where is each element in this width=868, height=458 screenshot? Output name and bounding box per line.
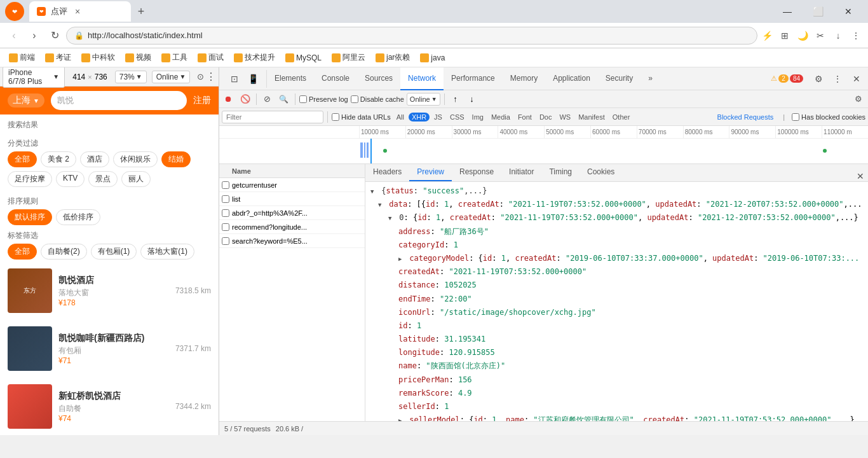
disable-cache-input[interactable] [351,95,358,103]
device-selector[interactable]: iPhone 6/7/8 Plus ▼ [3,67,65,88]
bookmark-video[interactable]: 视频 [121,51,155,64]
filter-icon[interactable]: ⊘ [261,92,275,106]
expand-item0-icon[interactable] [388,212,395,218]
download-icon[interactable]: ↓ [465,92,479,106]
preserve-log-input[interactable] [299,95,307,103]
active-tab[interactable]: ❤ 点评 × [29,1,131,22]
request-checkbox-4[interactable] [222,223,229,231]
upload-icon[interactable]: ↑ [449,92,463,106]
filter-tag-leisure[interactable]: 休闲娱乐 [113,151,158,167]
filter-tag-ktv[interactable]: KTV [56,171,85,187]
filter-other[interactable]: Other [609,113,634,121]
devtools-close-icon[interactable]: ✕ [848,70,865,88]
disable-cache-checkbox[interactable]: Disable cache [351,95,404,103]
detail-tab-initiator[interactable]: Initiator [501,164,541,181]
tab-console[interactable]: Console [314,67,357,90]
bookmark-mysql[interactable]: MySQL [281,52,325,64]
sort-price[interactable]: 低价排序 [56,209,100,225]
hide-data-urls-input[interactable] [332,113,339,121]
extension-download-icon[interactable]: ↓ [831,29,845,43]
filter-tag-all[interactable]: 全部 [8,151,37,167]
tab-close-button[interactable]: × [75,6,80,17]
record-button[interactable]: ⏺ [222,92,236,106]
extension-thunder-icon[interactable]: ⚡ [760,29,774,43]
search-icon[interactable]: 🔍 [277,92,291,106]
device-toolbar-icon[interactable]: 📱 [245,70,262,88]
expand-data-icon[interactable] [378,198,384,205]
filter-tag-food[interactable]: 美食 2 [41,151,76,167]
filter-js[interactable]: JS [431,113,445,121]
expand-categorymodel-icon[interactable] [398,253,405,259]
inspect-element-icon[interactable]: ⊡ [226,70,243,88]
filter-img[interactable]: Img [469,113,487,121]
blocked-requests-label[interactable]: Blocked Requests [717,113,774,121]
bookmark-interview[interactable]: 面试 [194,51,227,64]
tab-performance[interactable]: Performance [444,67,503,90]
hide-data-urls-checkbox[interactable]: Hide data URLs [332,113,391,121]
tab-sources[interactable]: Sources [357,67,400,90]
request-item-3[interactable]: abdr?_o=http%3A%2F... [219,206,365,220]
filter-media[interactable]: Media [488,113,513,121]
filter-tag-beauty[interactable]: 丽人 [121,171,151,187]
bookmark-tech[interactable]: 技术提升 [230,51,279,64]
more-options-icon[interactable]: ⋮ [206,70,216,84]
tab-more[interactable]: » [641,67,660,90]
extension-tools-icon[interactable]: ✂ [813,29,827,43]
request-checkbox-3[interactable] [222,209,229,217]
minimize-button[interactable]: — [773,0,802,23]
stop-button[interactable]: 🚫 [238,92,252,106]
shop-item-1[interactable]: 东方 凯悦酒店 落地大窗 ¥178 7318.5 km [0,262,219,319]
filter-all[interactable]: All [393,113,407,121]
filter-tag-massage[interactable]: 足疗按摩 [8,171,52,187]
shop-item-3[interactable]: 新虹桥凯悦酒店 自助餐 ¥74 7344.2 km [0,378,219,435]
extension-moon-icon[interactable]: 🌙 [796,29,810,43]
refresh-button[interactable]: ↻ [46,27,64,45]
expand-sellermodel-icon[interactable] [398,414,405,420]
tab-network[interactable]: Network [400,67,444,90]
request-checkbox-1[interactable] [222,181,229,189]
filter-xhr[interactable]: XHR [409,113,430,121]
sensor-icon[interactable]: ⊙ [195,70,205,84]
filter-tag-scenic[interactable]: 景点 [88,171,118,187]
request-item-4[interactable]: recommend?longitude... [219,220,365,234]
bookmark-jar[interactable]: jar依赖 [372,51,414,64]
filter-css[interactable]: CSS [447,113,468,121]
address-bar[interactable]: 🔒 http://localhost/static/index.html [66,27,757,45]
city-selector[interactable]: 上海 ▼ [8,94,44,108]
devtools-more-icon[interactable]: ⋮ [829,70,846,88]
zoom-selector[interactable]: 73% ▼ [115,71,147,83]
filter-ws[interactable]: WS [556,113,574,121]
shop-item-2[interactable]: 凯悦咖啡(新疆西路店) 有包厢 ¥71 7371.7 km [0,320,219,377]
search-input[interactable]: 凯悦 [51,91,187,110]
restore-button[interactable]: ⬜ [803,0,832,23]
detail-tab-headers[interactable]: Headers [365,164,409,181]
bookmark-aliyun[interactable]: 阿里云 [328,51,369,64]
has-blocked-cookies-input[interactable] [792,113,799,121]
filter-tag-wedding[interactable]: 结婚 [161,151,191,167]
bookmark-java[interactable]: java [416,52,449,64]
filter-font[interactable]: Font [515,113,535,121]
tab-memory[interactable]: Memory [503,67,545,90]
tab-application[interactable]: Application [545,67,598,90]
detail-close-icon[interactable]: ✕ [853,171,868,181]
sort-default[interactable]: 默认排序 [8,209,52,225]
preserve-log-checkbox[interactable]: Preserve log [299,95,348,103]
request-item-5[interactable]: search?keyword=%E5... [219,234,365,248]
detail-tab-preview[interactable]: Preview [409,164,452,181]
tab-security[interactable]: Security [598,67,641,90]
filter-manifest[interactable]: Manifest [575,113,608,121]
online-selector[interactable]: Online ▼ [407,93,440,106]
detail-tab-timing[interactable]: Timing [541,164,580,181]
browser-menu-icon[interactable]: ⋮ [849,29,863,43]
bookmark-tools[interactable]: 工具 [158,51,191,64]
extension-grid-icon[interactable]: ⊞ [778,29,792,43]
expand-root-icon[interactable] [370,185,377,191]
badge-all[interactable]: 全部 [8,244,37,260]
network-selector[interactable]: Online ▼ [152,71,191,83]
forward-button[interactable]: › [25,27,43,45]
request-checkbox-2[interactable] [222,195,229,203]
bookmark-exam[interactable]: 考证 [41,51,75,64]
detail-tab-response[interactable]: Response [452,164,501,181]
request-item-1[interactable]: getcurrentuser [219,178,365,192]
filter-doc[interactable]: Doc [536,113,555,121]
